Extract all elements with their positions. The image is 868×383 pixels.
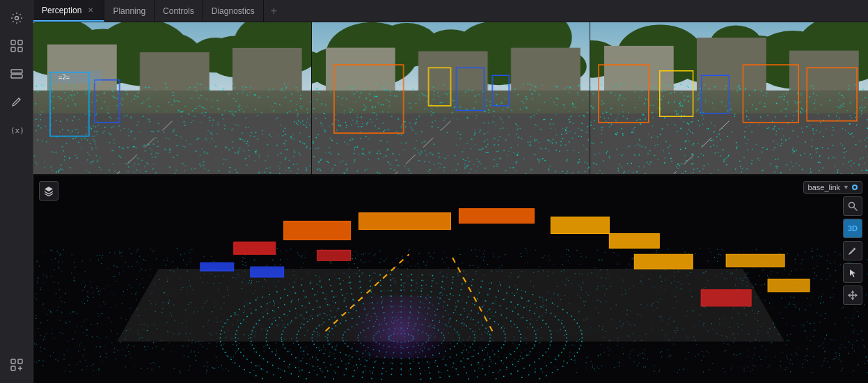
frame-selector[interactable]: base_link ▼ bbox=[803, 181, 862, 194]
chevron-down-icon: ▼ bbox=[843, 184, 849, 191]
svg-rect-5 bbox=[11, 70, 22, 73]
svg-point-11 bbox=[849, 203, 855, 208]
tabbar: Perception ✕ Planning Controls Diagnosti… bbox=[33, 0, 868, 22]
tab-perception-label: Perception bbox=[42, 6, 81, 15]
camera-right-canvas bbox=[590, 22, 868, 174]
annotation-icon[interactable] bbox=[4, 89, 29, 114]
svg-rect-9 bbox=[18, 359, 22, 364]
variable-icon[interactable]: (x) bbox=[4, 117, 29, 142]
frame-indicator-dot bbox=[852, 185, 858, 190]
3d-label: 3D bbox=[848, 224, 858, 233]
grid-icon[interactable] bbox=[4, 33, 29, 58]
camera-right bbox=[590, 22, 868, 174]
content-area: base_link ▼ 3D bbox=[33, 22, 868, 383]
svg-rect-10 bbox=[11, 366, 15, 370]
view-3d: base_link ▼ 3D bbox=[33, 175, 868, 383]
svg-rect-4 bbox=[18, 47, 22, 52]
tab-planning-label: Planning bbox=[113, 6, 145, 16]
camera-left-canvas bbox=[33, 22, 311, 174]
tab-planning[interactable]: Planning bbox=[104, 0, 155, 22]
camera-center-canvas bbox=[312, 22, 590, 174]
3d-mode-button[interactable]: 3D bbox=[843, 219, 862, 238]
panel-icon[interactable] bbox=[4, 61, 29, 86]
frame-selector-label: base_link bbox=[808, 183, 840, 192]
3d-canvas bbox=[33, 175, 868, 383]
view-3d-controls: base_link ▼ 3D bbox=[803, 181, 862, 305]
extension-icon[interactable] bbox=[4, 352, 29, 377]
svg-rect-2 bbox=[18, 40, 22, 45]
svg-point-0 bbox=[15, 17, 18, 20]
tab-perception[interactable]: Perception ✕ bbox=[33, 0, 104, 22]
svg-rect-6 bbox=[11, 75, 22, 78]
sidebar: (x) bbox=[0, 0, 33, 383]
camera-left bbox=[33, 22, 312, 174]
settings-icon[interactable] bbox=[4, 6, 29, 31]
tab-controls[interactable]: Controls bbox=[155, 0, 203, 22]
camera-row bbox=[33, 22, 868, 175]
draw-button[interactable] bbox=[843, 241, 862, 260]
add-tab-button[interactable]: + bbox=[264, 0, 284, 22]
svg-text:(x): (x) bbox=[10, 126, 24, 134]
camera-center bbox=[312, 22, 590, 174]
search-button[interactable] bbox=[843, 196, 862, 216]
tab-perception-close[interactable]: ✕ bbox=[86, 6, 95, 15]
tab-diagnostics[interactable]: Diagnostics bbox=[203, 0, 264, 22]
svg-rect-8 bbox=[11, 359, 15, 364]
layer-button[interactable] bbox=[39, 181, 58, 201]
svg-rect-1 bbox=[11, 40, 15, 45]
tab-controls-label: Controls bbox=[163, 6, 194, 16]
svg-rect-3 bbox=[11, 47, 15, 52]
cursor-button[interactable] bbox=[843, 263, 862, 283]
tab-diagnostics-label: Diagnostics bbox=[212, 6, 255, 16]
main-content: Perception ✕ Planning Controls Diagnosti… bbox=[33, 0, 868, 383]
move-button[interactable] bbox=[843, 286, 862, 305]
